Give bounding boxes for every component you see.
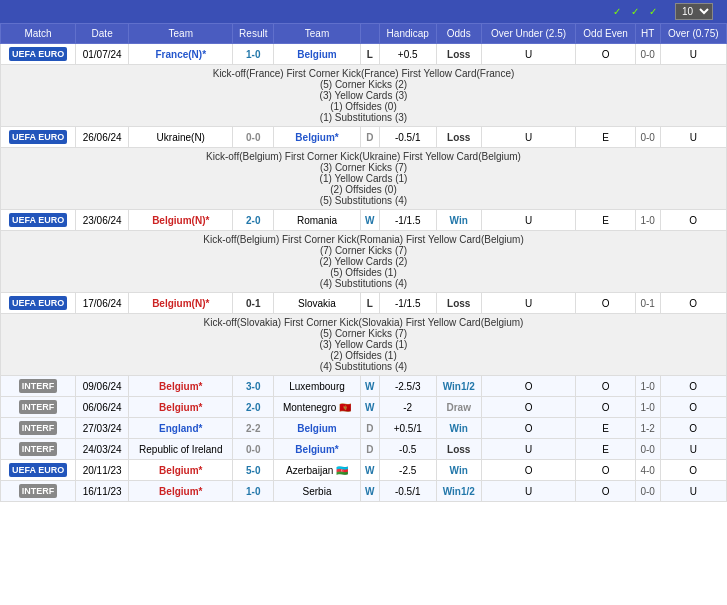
team2-cell: Belgium <box>274 418 361 439</box>
odds-cell: Loss <box>436 293 481 314</box>
filter-bar: ✓ ✓ ✓ 10 5 20 <box>0 0 727 23</box>
ou-cell: U <box>481 44 576 65</box>
detail-cell: Kick-off(France) First Corner Kick(Franc… <box>1 65 727 127</box>
detail-row: Kick-off(Belgium) First Corner Kick(Ukra… <box>1 148 727 210</box>
competition-cell: UEFA EURO <box>1 293 76 314</box>
competition-badge: UEFA EURO <box>9 213 67 227</box>
date-cell: 27/03/24 <box>76 418 129 439</box>
over-cell: U <box>660 44 727 65</box>
handicap-cell: -2.5/3 <box>379 376 436 397</box>
team2-cell: Belgium* <box>274 127 361 148</box>
odds-cell: Win <box>436 210 481 231</box>
table-row: UEFA EURO 01/07/24 France(N)* 1-0 Belgiu… <box>1 44 727 65</box>
ht-cell: 4-0 <box>635 460 660 481</box>
table-row: UEFA EURO 23/06/24 Belgium(N)* 2-0 Roman… <box>1 210 727 231</box>
handicap-cell: -1/1.5 <box>379 210 436 231</box>
oe-cell: O <box>576 481 635 502</box>
handicap-cell: -0.5/1 <box>379 481 436 502</box>
team1-cell: France(N)* <box>129 44 233 65</box>
competition-badge: INTERF <box>19 484 58 498</box>
table-row: UEFA EURO 17/06/24 Belgium(N)* 0-1 Slova… <box>1 293 727 314</box>
col-odds: Odds <box>436 24 481 44</box>
ht-cell: 1-2 <box>635 418 660 439</box>
table-row: INTERF 24/03/24 Republic of Ireland 0-0 … <box>1 439 727 460</box>
result-cell: 5-0 <box>233 460 274 481</box>
side-cell: D <box>360 418 379 439</box>
result-cell: 0-1 <box>233 293 274 314</box>
handicap-cell: -1/1.5 <box>379 293 436 314</box>
table-row: INTERF 06/06/24 Belgium* 2-0 Montenegro … <box>1 397 727 418</box>
result-cell: 0-0 <box>233 127 274 148</box>
last-games-select[interactable]: 10 5 20 <box>675 3 713 20</box>
handicap-cell: -2 <box>379 397 436 418</box>
team1-cell: Belgium* <box>129 376 233 397</box>
odds-cell: Loss <box>436 439 481 460</box>
competition-badge: UEFA EURO <box>9 47 67 61</box>
detail-cell: Kick-off(Belgium) First Corner Kick(Ukra… <box>1 148 727 210</box>
odds-cell: Draw <box>436 397 481 418</box>
ht-cell: 0-0 <box>635 127 660 148</box>
odds-cell: Loss <box>436 44 481 65</box>
ou-cell: O <box>481 418 576 439</box>
competition-badge: INTERF <box>19 379 58 393</box>
team1-cell: Belgium(N)* <box>129 210 233 231</box>
handicap-cell: +0.5/1 <box>379 418 436 439</box>
oe-cell: E <box>576 210 635 231</box>
detail-cell: Kick-off(Belgium) First Corner Kick(Roma… <box>1 231 727 293</box>
competition-cell: UEFA EURO <box>1 460 76 481</box>
ht-cell: 0-0 <box>635 44 660 65</box>
result-cell: 2-0 <box>233 397 274 418</box>
team2-cell: Romania <box>274 210 361 231</box>
col-over: Over (0.75) <box>660 24 727 44</box>
result-cell: 3-0 <box>233 376 274 397</box>
detail-row: Kick-off(France) First Corner Kick(Franc… <box>1 65 727 127</box>
competition-badge: INTERF <box>19 400 58 414</box>
ht-cell: 1-0 <box>635 376 660 397</box>
odds-cell: Win1/2 <box>436 481 481 502</box>
team2-cell: Belgium <box>274 44 361 65</box>
team1-cell: Belgium* <box>129 481 233 502</box>
ou-cell: U <box>481 293 576 314</box>
ht-cell: 1-0 <box>635 397 660 418</box>
uefa-euro-filter[interactable]: ✓ <box>613 6 623 17</box>
ht-cell: 1-0 <box>635 210 660 231</box>
date-cell: 26/06/24 <box>76 127 129 148</box>
ou-cell: U <box>481 210 576 231</box>
table-row: UEFA EURO 20/11/23 Belgium* 5-0 Azerbaij… <box>1 460 727 481</box>
competition-cell: INTERF <box>1 418 76 439</box>
interf-filter[interactable]: ✓ <box>631 6 641 17</box>
oe-cell: O <box>576 460 635 481</box>
competition-cell: INTERF <box>1 397 76 418</box>
oe-cell: O <box>576 376 635 397</box>
handicap-cell: +0.5 <box>379 44 436 65</box>
competition-badge: INTERF <box>19 442 58 456</box>
over-cell: O <box>660 418 727 439</box>
competition-cell: UEFA EURO <box>1 44 76 65</box>
over-cell: O <box>660 210 727 231</box>
result-cell: 1-0 <box>233 481 274 502</box>
date-cell: 24/03/24 <box>76 439 129 460</box>
over-cell: O <box>660 460 727 481</box>
over-cell: U <box>660 127 727 148</box>
date-cell: 01/07/24 <box>76 44 129 65</box>
competition-cell: INTERF <box>1 481 76 502</box>
col-date: Date <box>76 24 129 44</box>
odds-cell: Win1/2 <box>436 376 481 397</box>
competition-badge: UEFA EURO <box>9 463 67 477</box>
team2-cell: Belgium* <box>274 439 361 460</box>
ht-cell: 0-0 <box>635 481 660 502</box>
date-cell: 17/06/24 <box>76 293 129 314</box>
side-cell: L <box>360 44 379 65</box>
competition-badge: UEFA EURO <box>9 296 67 310</box>
over-cell: O <box>660 376 727 397</box>
detail-cell: Kick-off(Slovakia) First Corner Kick(Slo… <box>1 314 727 376</box>
team2-cell: Luxembourg <box>274 376 361 397</box>
interf-check: ✓ <box>631 6 639 17</box>
over-cell: O <box>660 397 727 418</box>
team2-cell: Montenegro 🇲🇪 <box>274 397 361 418</box>
world-cup-filter[interactable]: ✓ <box>649 6 659 17</box>
result-cell: 2-0 <box>233 210 274 231</box>
team2-cell: Azerbaijan 🇦🇿 <box>274 460 361 481</box>
ou-cell: O <box>481 460 576 481</box>
col-oe: Odd Even <box>576 24 635 44</box>
